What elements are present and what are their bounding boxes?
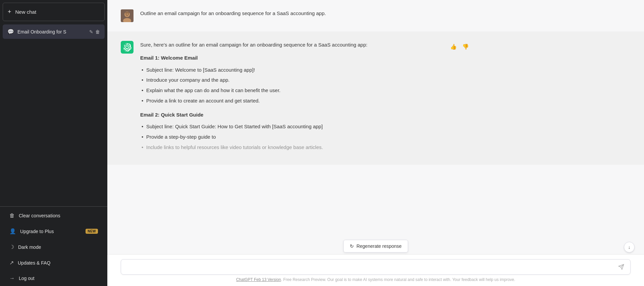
- sidebar-item-upgrade[interactable]: 👤 Upgrade to Plus NEW: [3, 224, 105, 238]
- upgrade-label: Upgrade to Plus: [20, 229, 82, 234]
- updates-label: Updates & FAQ: [18, 260, 98, 266]
- sidebar: + New chat 💬 Email Onboarding for S ✎ 🗑 …: [0, 0, 107, 286]
- email2-heading: Email 2: Quick Start Guide: [140, 111, 442, 119]
- conversation-item[interactable]: 💬 Email Onboarding for S ✎ 🗑: [3, 24, 105, 39]
- assistant-message-row: Sure, here's an outline for an email cam…: [107, 31, 644, 165]
- message-input[interactable]: [126, 263, 617, 271]
- email2-bullet-1: Subject line: Quick Start Guide: How to …: [140, 122, 442, 132]
- sidebar-item-darkmode[interactable]: ☽ Dark mode: [3, 240, 105, 254]
- send-icon: [618, 264, 624, 270]
- email1-bullets: Subject line: Welcome to [SaaS accountin…: [140, 65, 442, 106]
- edit-icon[interactable]: ✎: [89, 29, 93, 34]
- thumbs-up-button[interactable]: 👍: [449, 42, 458, 51]
- main-content: Outline an email campaign for an onboard…: [107, 0, 644, 286]
- regenerate-button[interactable]: ↻ Regenerate response: [343, 240, 408, 253]
- thumbs-down-button[interactable]: 👎: [461, 42, 470, 51]
- external-link-icon: ↗: [9, 260, 14, 266]
- logout-label: Log out: [19, 276, 98, 281]
- sidebar-item-clear[interactable]: 🗑 Clear conversations: [3, 209, 105, 223]
- email2-bullets: Subject line: Quick Start Guide: How to …: [140, 122, 442, 152]
- footer-text: ChatGPT Feb 13 Version. Free Research Pr…: [121, 275, 631, 283]
- plus-icon: +: [8, 8, 11, 15]
- openai-logo: [123, 43, 131, 52]
- regenerate-label: Regenerate response: [357, 243, 402, 249]
- svg-point-3: [126, 14, 127, 15]
- email1-bullet-4: Provide a link to create an account and …: [140, 96, 442, 106]
- user-icon: 👤: [9, 228, 16, 234]
- delete-icon[interactable]: 🗑: [95, 29, 100, 34]
- footer-link[interactable]: ChatGPT Feb 13 Version: [236, 277, 281, 282]
- user-avatar-image: [121, 9, 133, 22]
- new-chat-label: New chat: [15, 9, 37, 15]
- send-button[interactable]: [617, 263, 626, 271]
- conversation-actions: ✎ 🗑: [89, 29, 100, 34]
- email2-bullet-3: Include links to helpful resources like …: [140, 142, 442, 153]
- email1-heading: Email 1: Welcome Email: [140, 54, 442, 62]
- clear-label: Clear conversations: [19, 213, 98, 218]
- user-message-text: Outline an email campaign for an onboard…: [140, 10, 326, 16]
- input-container: [121, 259, 631, 275]
- conversation-label: Email Onboarding for S: [17, 29, 86, 34]
- email1-bullet-1: Subject line: Welcome to [SaaS accountin…: [140, 65, 442, 75]
- assistant-avatar: [121, 41, 133, 54]
- chat-messages: Outline an email campaign for an onboard…: [107, 0, 644, 254]
- new-chat-button[interactable]: + New chat: [3, 3, 105, 21]
- logout-icon: →: [9, 275, 15, 281]
- moon-icon: ☽: [9, 244, 14, 250]
- input-area: ChatGPT Feb 13 Version. Free Research Pr…: [107, 254, 644, 286]
- sidebar-divider: [0, 206, 107, 207]
- email1-bullet-2: Introduce your company and the app.: [140, 75, 442, 85]
- chat-icon: 💬: [7, 28, 14, 35]
- svg-point-4: [128, 14, 129, 15]
- user-avatar: [121, 9, 133, 22]
- footer-description: . Free Research Preview. Our goal is to …: [281, 277, 515, 282]
- email2-bullet-2: Provide a step-by-step guide to: [140, 132, 442, 142]
- message-actions: 👍 👎: [449, 42, 470, 51]
- email1-bullet-3: Explain what the app can do and how it c…: [140, 85, 442, 96]
- user-message-content: Outline an email campaign for an onboard…: [140, 9, 442, 18]
- svg-point-1: [124, 12, 130, 17]
- trash-icon: 🗑: [9, 213, 15, 219]
- scroll-bottom-button[interactable]: ↓: [624, 242, 635, 253]
- darkmode-label: Dark mode: [18, 244, 98, 250]
- assistant-intro: Sure, here's an outline for an email cam…: [140, 41, 442, 49]
- sidebar-item-logout[interactable]: → Log out: [3, 271, 105, 285]
- user-message-row: Outline an email campaign for an onboard…: [107, 0, 644, 31]
- assistant-message-content: Sure, here's an outline for an email cam…: [140, 41, 442, 155]
- regenerate-icon: ↻: [350, 243, 354, 249]
- sidebar-item-updates[interactable]: ↗ Updates & FAQ: [3, 256, 105, 270]
- new-badge: NEW: [86, 229, 98, 234]
